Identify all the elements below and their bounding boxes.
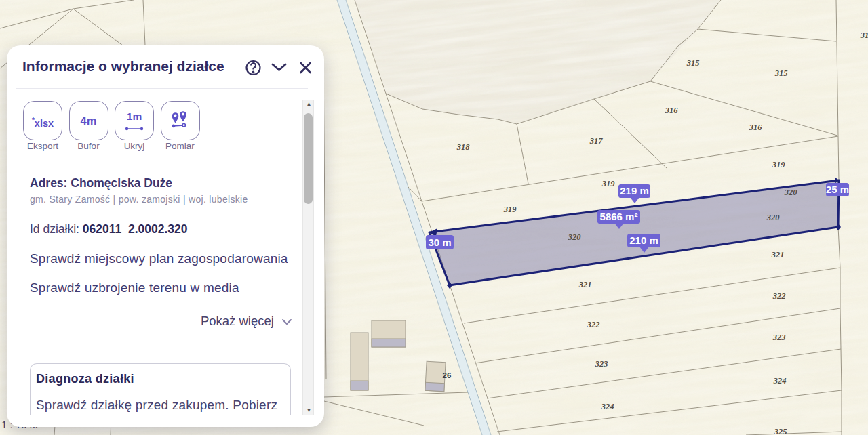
svg-text:319: 319 [601,179,616,188]
svg-text:322: 322 [587,320,600,329]
svg-text:316: 316 [749,123,763,132]
svg-text:319: 319 [503,205,517,214]
svg-text:321: 321 [578,280,592,289]
svg-text:321: 321 [771,250,785,260]
svg-text:315: 315 [774,68,788,78]
svg-text:315: 315 [860,30,868,40]
svg-text:320: 320 [568,232,582,242]
svg-text:317: 317 [589,136,604,146]
svg-text:320: 320 [766,213,781,222]
svg-text:320: 320 [784,188,798,197]
svg-text:322: 322 [772,291,786,301]
svg-text:318: 318 [456,142,471,152]
svg-text:323: 323 [772,333,786,342]
svg-text:219 m: 219 m [620,185,649,196]
svg-text:5866 m²: 5866 m² [600,211,638,222]
svg-text:325: 325 [774,427,787,435]
svg-text:30 m: 30 m [428,236,451,248]
svg-text:26: 26 [443,371,452,379]
svg-text:324: 324 [601,402,614,411]
svg-text:324: 324 [773,376,787,386]
svg-text:319: 319 [772,160,786,169]
svg-text:316: 316 [665,106,679,115]
svg-text:323: 323 [595,359,608,369]
svg-text:210 m: 210 m [629,234,658,246]
svg-text:315: 315 [686,58,700,68]
svg-text:25 m: 25 m [826,184,849,195]
